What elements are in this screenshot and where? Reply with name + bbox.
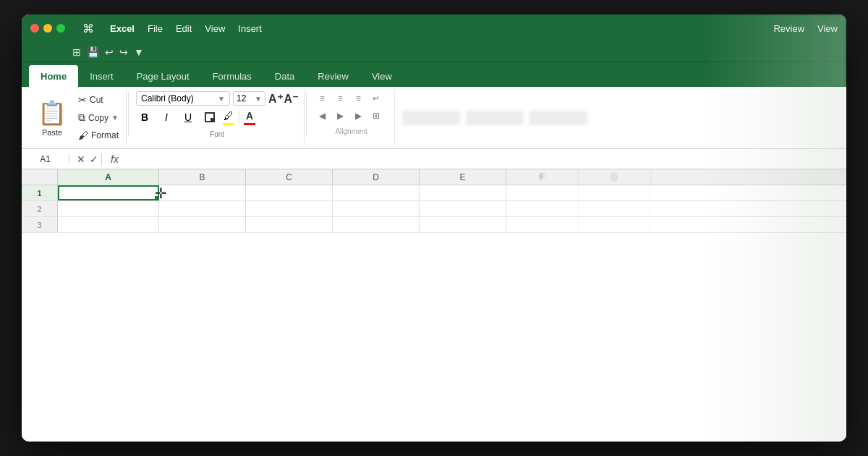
cell-d2[interactable] <box>333 201 420 216</box>
menu-view[interactable]: View <box>205 23 225 34</box>
bold-button[interactable]: B <box>136 109 153 126</box>
tab-page-layout[interactable]: Page Layout <box>125 65 201 87</box>
col-header-e[interactable]: E <box>420 169 506 185</box>
menu-file[interactable]: File <box>148 23 163 34</box>
tab-review[interactable]: Review <box>306 65 360 87</box>
qa-save-icon[interactable]: 💾 <box>87 46 99 58</box>
menu-edit[interactable]: Edit <box>176 23 192 34</box>
cell-a3[interactable] <box>58 217 159 232</box>
align-top-left-button[interactable]: ≡ <box>314 91 330 106</box>
align-top-center-button[interactable]: ≡ <box>332 91 348 106</box>
highlight-color-button[interactable]: 🖊 <box>223 110 234 125</box>
highlight-color-bar <box>223 123 234 125</box>
traffic-lights <box>30 24 65 33</box>
cell-d1[interactable] <box>333 185 420 200</box>
menu-bar: ⌘ Excel File Edit View Insert Review Vie… <box>82 22 838 35</box>
spreadsheet: A B C D E F G 1 ✛ 2 <box>22 169 846 442</box>
title-bar: ⌘ Excel File Edit View Insert Review Vie… <box>22 14 846 42</box>
cell-reference-box[interactable]: A1 <box>26 154 69 164</box>
align-left-button[interactable]: ◀ <box>314 109 330 123</box>
menu-excel[interactable]: Excel <box>110 23 135 34</box>
tab-view[interactable]: View <box>360 65 404 87</box>
italic-button[interactable]: I <box>158 109 175 126</box>
cell-e1[interactable] <box>420 185 506 200</box>
cell-b1[interactable]: ✛ <box>159 185 246 200</box>
cell-f1[interactable] <box>506 185 579 200</box>
cell-g2[interactable] <box>579 201 651 216</box>
col-header-d[interactable]: D <box>333 169 420 185</box>
tab-formulas[interactable]: Formulas <box>201 65 263 87</box>
wrap-text-button[interactable]: ↵ <box>368 91 384 106</box>
cut-button[interactable]: ✂ Cut <box>75 93 122 107</box>
separator-2 <box>306 93 307 136</box>
paintbrush-icon: 🖌 <box>78 130 88 141</box>
editing-box <box>529 111 587 125</box>
copy-button[interactable]: ⧉ Copy ▼ <box>75 110 122 125</box>
merge-button[interactable]: ⊞ <box>368 109 384 123</box>
cell-b2[interactable] <box>159 201 246 216</box>
cell-c1[interactable] <box>246 185 333 200</box>
maximize-button[interactable] <box>56 24 65 33</box>
tab-insert[interactable]: Insert <box>78 65 125 87</box>
copy-label: Copy <box>88 113 109 123</box>
menu-view2[interactable]: View <box>817 23 838 34</box>
font-name-select[interactable]: Calibri (Body) ▼ <box>136 91 230 106</box>
cancel-formula-button[interactable]: ✕ <box>77 153 85 165</box>
border-button[interactable] <box>201 109 218 126</box>
cell-e3[interactable] <box>420 217 506 232</box>
clipboard-group: 📋 Paste ✂ Cut ⧉ Copy ▼ 🖌 Format <box>27 90 127 145</box>
formula-input[interactable] <box>123 149 842 169</box>
cell-f3[interactable] <box>506 217 579 232</box>
cell-d3[interactable] <box>333 217 420 232</box>
row-num-header-spacer <box>22 169 58 185</box>
cell-g1[interactable] <box>579 185 651 200</box>
apple-icon[interactable]: ⌘ <box>82 22 94 35</box>
ribbon-tabs: Home Insert Page Layout Formulas Data Re… <box>22 62 846 87</box>
tab-home[interactable]: Home <box>29 65 78 87</box>
align-right-button[interactable]: ▶ <box>350 109 366 123</box>
cell-c3[interactable] <box>246 217 333 232</box>
col-header-f[interactable]: F <box>506 169 579 185</box>
fx-label: fx <box>106 153 119 165</box>
col-header-c[interactable]: C <box>246 169 333 185</box>
menu-review[interactable]: Review <box>773 23 804 34</box>
paste-label: Paste <box>42 128 62 137</box>
cell-e2[interactable] <box>420 201 506 216</box>
close-button[interactable] <box>30 24 39 33</box>
qa-workbook-icon[interactable]: ⊞ <box>72 46 81 58</box>
grow-font-button[interactable]: A⁺ <box>268 92 283 106</box>
confirm-formula-button[interactable]: ✓ <box>90 153 98 165</box>
ribbon-right-area <box>396 90 841 145</box>
quick-access-toolbar: ⊞ 💾 ↩ ↪ ▼ <box>22 42 846 62</box>
menu-insert[interactable]: Insert <box>238 23 262 34</box>
table-row: 2 <box>22 201 846 217</box>
align-top-right-button[interactable]: ≡ <box>350 91 366 106</box>
underline-button[interactable]: U <box>179 109 197 126</box>
col-header-g[interactable]: G <box>579 169 651 185</box>
font-size-select[interactable]: 12 ▼ <box>233 91 265 106</box>
align-center-button[interactable]: ▶ <box>332 109 348 123</box>
font-group: Calibri (Body) ▼ 12 ▼ A⁺ A⁻ B I U <box>130 90 305 145</box>
cell-g3[interactable] <box>579 217 651 232</box>
cell-b3[interactable] <box>159 217 246 232</box>
grow-shrink-group: A⁺ A⁻ <box>268 92 298 106</box>
row-num-2: 2 <box>22 201 58 216</box>
cell-a1[interactable] <box>58 185 159 200</box>
excel-window: ⌘ Excel File Edit View Insert Review Vie… <box>22 14 846 442</box>
paste-button[interactable]: 📋 Paste <box>32 91 72 144</box>
format-painter-button[interactable]: 🖌 Format <box>75 128 122 143</box>
tab-data[interactable]: Data <box>263 65 306 87</box>
qa-redo-icon[interactable]: ↪ <box>119 46 128 58</box>
cell-a2[interactable] <box>58 201 159 216</box>
minimize-button[interactable] <box>43 24 52 33</box>
cell-c2[interactable] <box>246 201 333 216</box>
col-header-a[interactable]: A <box>58 169 159 185</box>
qa-undo-icon[interactable]: ↩ <box>105 46 114 58</box>
qa-dropdown-icon[interactable]: ▼ <box>134 46 144 58</box>
font-color-button[interactable]: A <box>244 110 255 125</box>
formula-bar: A1 ✕ ✓ fx <box>22 149 846 169</box>
font-size-value: 12 <box>237 93 246 104</box>
col-header-b[interactable]: B <box>159 169 246 185</box>
shrink-font-button[interactable]: A⁻ <box>284 92 299 106</box>
cell-f2[interactable] <box>506 201 579 216</box>
